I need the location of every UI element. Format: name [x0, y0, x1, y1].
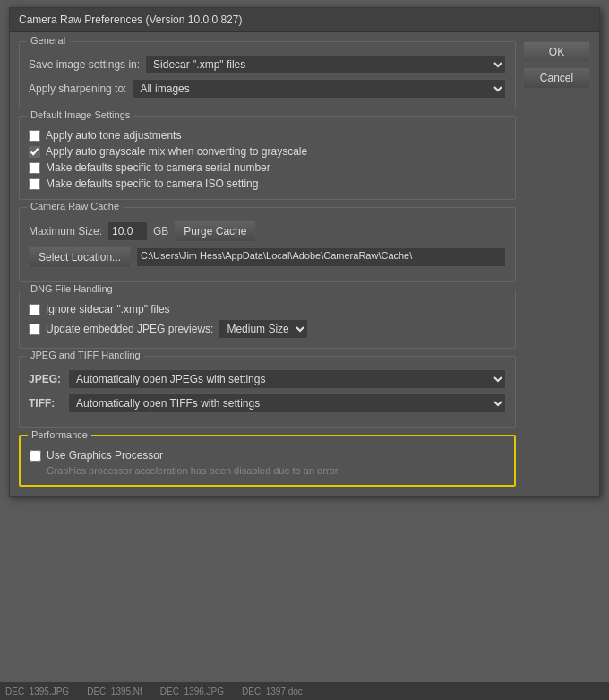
jpeg-tiff-handling-title: JPEG and TIFF Handling: [27, 350, 144, 360]
dng-file-handling-title: DNG File Handling: [27, 283, 116, 294]
max-size-input[interactable]: [107, 221, 148, 241]
auto-grayscale-checkbox[interactable]: [29, 146, 40, 158]
checkbox-row-auto-tone: Apply auto tone adjustments: [29, 129, 506, 142]
status-item-3: DEC_1396.JPG: [160, 687, 224, 696]
select-location-button[interactable]: Select Location...: [29, 246, 131, 268]
checkbox-row-update-jpeg: Update embedded JPEG previews: Medium Si…: [29, 319, 506, 339]
camera-serial-label: Make defaults specific to camera serial …: [46, 161, 270, 174]
dialog: Camera Raw Preferences (Version 10.0.0.8…: [9, 7, 600, 497]
auto-tone-label: Apply auto tone adjustments: [46, 129, 181, 142]
default-image-settings-title: Default Image Settings: [27, 109, 133, 120]
status-item-2: DEC_1395.Nf: [87, 687, 142, 696]
save-image-label: Save image settings in:: [29, 58, 140, 71]
camera-serial-checkbox[interactable]: [29, 162, 40, 174]
gpu-disabled-message: Graphics processor acceleration has been…: [30, 465, 505, 476]
main-content: General Save image settings in: Sidecar …: [19, 41, 516, 487]
status-item-4: DEC_1397.doc: [242, 687, 303, 696]
max-size-label: Maximum Size:: [29, 225, 102, 238]
general-title: General: [27, 35, 69, 46]
auto-tone-checkbox[interactable]: [29, 130, 40, 142]
jpeg-handling-select[interactable]: Automatically open JPEGs with settings A…: [68, 369, 506, 389]
gb-label: GB: [153, 225, 168, 238]
jpeg-tiff-handling-section: JPEG and TIFF Handling JPEG: Automatical…: [19, 356, 516, 428]
jpeg-preview-select[interactable]: Medium Size Full Size Disable: [219, 319, 308, 339]
checkbox-row-camera-iso: Make defaults specific to camera ISO set…: [29, 177, 506, 190]
use-gpu-label: Use Graphics Processor: [47, 449, 163, 462]
checkbox-row-camera-serial: Make defaults specific to camera serial …: [29, 161, 506, 174]
checkbox-row-auto-grayscale: Apply auto grayscale mix when converting…: [29, 145, 506, 158]
apply-sharp-select[interactable]: All images Preview images only: [132, 79, 506, 99]
ok-button[interactable]: OK: [523, 41, 590, 63]
camera-iso-label: Make defaults specific to camera ISO set…: [46, 177, 258, 190]
use-gpu-checkbox[interactable]: [30, 450, 41, 462]
tiff-handling-select[interactable]: Automatically open TIFFs with settings A…: [68, 393, 506, 413]
camera-raw-cache-title: Camera Raw Cache: [27, 201, 123, 212]
ignore-sidecar-label: Ignore sidecar ".xmp" files: [46, 303, 170, 315]
performance-title: Performance: [28, 429, 91, 440]
tiff-label: TIFF:: [29, 397, 63, 410]
dng-file-handling-section: DNG File Handling Ignore sidecar ".xmp" …: [19, 290, 516, 349]
camera-raw-cache-section: Camera Raw Cache Maximum Size: GB Purge …: [19, 207, 516, 282]
performance-section: Performance Use Graphics Processor Graph…: [19, 435, 516, 487]
jpeg-label: JPEG:: [29, 373, 63, 385]
cancel-button[interactable]: Cancel: [523, 67, 590, 89]
general-section: General Save image settings in: Sidecar …: [19, 41, 516, 108]
default-image-settings-section: Default Image Settings Apply auto tone a…: [19, 116, 516, 200]
status-item-1: DEC_1395.JPG: [5, 687, 69, 696]
purge-cache-button[interactable]: Purge Cache: [174, 220, 256, 242]
side-buttons: OK Cancel: [523, 41, 590, 487]
checkbox-row-use-gpu: Use Graphics Processor: [30, 449, 505, 462]
ignore-sidecar-checkbox[interactable]: [29, 304, 40, 315]
cache-path: C:\Users\Jim Hess\AppData\Local\Adobe\Ca…: [136, 247, 506, 267]
jpeg-row: JPEG: Automatically open JPEGs with sett…: [29, 369, 506, 389]
status-bar: DEC_1395.JPG DEC_1395.Nf DEC_1396.JPG DE…: [0, 682, 609, 700]
title-bar: Camera Raw Preferences (Version 10.0.0.8…: [10, 8, 599, 32]
tiff-row: TIFF: Automatically open TIFFs with sett…: [29, 393, 506, 413]
update-jpeg-label: Update embedded JPEG previews:: [46, 323, 213, 335]
update-jpeg-checkbox[interactable]: [29, 324, 40, 335]
save-image-select[interactable]: Sidecar ".xmp" files Camera Raw database: [145, 55, 506, 74]
checkbox-row-ignore-sidecar: Ignore sidecar ".xmp" files: [29, 303, 506, 315]
dialog-title: Camera Raw Preferences (Version 10.0.0.8…: [19, 13, 242, 26]
apply-sharp-label: Apply sharpening to:: [29, 82, 126, 95]
camera-iso-checkbox[interactable]: [29, 178, 40, 190]
auto-grayscale-label: Apply auto grayscale mix when converting…: [46, 145, 307, 158]
